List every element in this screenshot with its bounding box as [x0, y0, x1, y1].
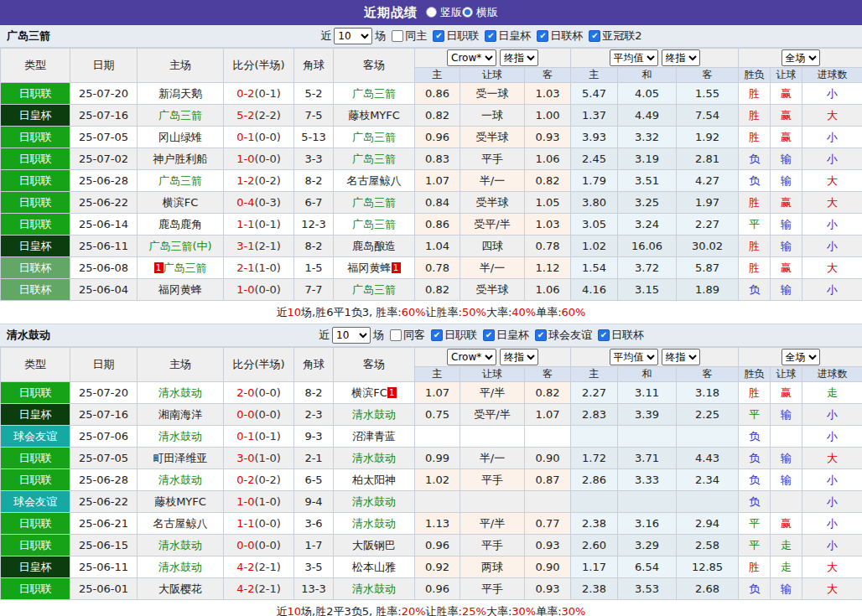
- checkbox-icon[interactable]: ✔: [431, 329, 443, 341]
- avg-away-cell: 5.87: [677, 257, 739, 279]
- away-team-name: 名古屋鲸八: [347, 174, 402, 187]
- view-radio[interactable]: 竖版: [426, 5, 462, 20]
- avg-time-select[interactable]: 终指: [662, 349, 700, 365]
- column-header: 客场: [334, 348, 415, 382]
- avg-time-select[interactable]: 终指: [662, 49, 700, 66]
- away-team-cell: 横滨FC1: [334, 382, 415, 404]
- sub-column-header: 主: [571, 367, 618, 382]
- odds-home-cell: 0.83: [415, 148, 460, 170]
- checkbox-icon[interactable]: ✔: [598, 329, 610, 341]
- odds-source-select[interactable]: Crow*: [447, 349, 496, 365]
- avg-draw-cell: 3.39: [618, 404, 677, 426]
- odds-away-cell: 0.93: [525, 127, 571, 148]
- checkbox-icon[interactable]: ✔: [535, 329, 547, 341]
- odds-time-select[interactable]: 终指: [500, 49, 538, 66]
- date-cell: 25-06-28: [70, 170, 138, 192]
- halftime-score: (0-3): [254, 196, 280, 209]
- match-row: 日职联25-07-20新潟天鹅0-2(0-1)5-2广岛三箭0.86受一球1.0…: [1, 83, 862, 105]
- halftime-score: (2-1): [254, 582, 280, 595]
- league-checkbox[interactable]: ✔球会友谊: [535, 328, 592, 343]
- fulltime-score: 0-0: [236, 408, 254, 421]
- odds-away-cell: 0.82: [525, 170, 571, 192]
- avg-source-select[interactable]: 平均值: [610, 349, 658, 365]
- avg-home-cell: [571, 426, 618, 448]
- league-type-cell: 球会友谊: [1, 426, 70, 448]
- fulltime-score: 0-2: [236, 474, 254, 486]
- handicap-cell: 平手: [460, 535, 525, 556]
- red-card-badge: 1: [392, 262, 401, 273]
- avg-away-cell: 2.81: [677, 148, 739, 170]
- match-row: 日职联25-07-02神户胜利船1-0(0-0)3-3广岛三箭0.83平手1.0…: [1, 148, 862, 170]
- avg-draw-cell: 3.33: [618, 469, 677, 491]
- summary-segment: 25%: [462, 605, 486, 616]
- avg-home-cell: 1.17: [571, 556, 618, 578]
- corner-cell: 5-2: [294, 83, 334, 105]
- league-checkbox[interactable]: ✔日皇杯: [485, 28, 531, 44]
- checkbox-icon[interactable]: ✔: [485, 30, 496, 42]
- near-count-select[interactable]: 10: [332, 327, 371, 344]
- odds-away-cell: 1.03: [525, 83, 571, 105]
- near-label: 近: [320, 28, 331, 44]
- score-cell: 0-4(0-3): [224, 192, 294, 214]
- league-type-cell: 日职联: [1, 192, 70, 214]
- view-radio[interactable]: 横版: [462, 5, 498, 20]
- result-handicap-cell: 赢: [771, 513, 802, 535]
- corner-cell: 8-2: [294, 236, 334, 257]
- league-checkbox[interactable]: ✔日职联: [433, 28, 479, 44]
- checkbox-icon[interactable]: ✔: [483, 329, 495, 341]
- halftime-score: (2-2): [254, 109, 280, 122]
- checkbox-icon[interactable]: [392, 30, 403, 42]
- radio-icon[interactable]: [462, 7, 473, 18]
- scope-select[interactable]: 全场: [782, 49, 820, 66]
- odds-home-cell: 0.84: [415, 192, 460, 214]
- date-cell: 25-06-28: [70, 469, 138, 491]
- league-checkbox[interactable]: ✔亚冠联2: [589, 28, 641, 44]
- away-team-cell: 清水鼓动: [334, 578, 415, 600]
- checkbox-icon[interactable]: ✔: [537, 30, 548, 42]
- odds-away-cell: 0.90: [525, 556, 571, 578]
- odds-home-cell: [415, 426, 460, 448]
- checkbox-icon[interactable]: ✔: [433, 30, 444, 42]
- filter-row: 广岛三箭近10场同主✔日职联✔日皇杯✔日联杯✔亚冠联2: [0, 25, 862, 48]
- same-venue-checkbox[interactable]: 同主: [392, 28, 427, 44]
- fulltime-score: 0-0: [236, 539, 254, 551]
- avg-away-cell: 1.89: [677, 279, 739, 301]
- league-checkbox[interactable]: ✔日联杯: [598, 328, 644, 343]
- away-team-name: 广岛三箭: [352, 87, 396, 100]
- corner-cell: 12-3: [294, 214, 334, 236]
- result-outcome-cell: 胜: [739, 382, 771, 404]
- home-team-cell: 新潟天鹅: [138, 83, 224, 105]
- corner-cell: 1-7: [294, 535, 334, 556]
- result-handicap-cell: 输: [771, 148, 802, 170]
- league-checkbox[interactable]: ✔日联杯: [537, 28, 583, 44]
- handicap-cell: 受平/半: [460, 404, 525, 426]
- away-team-name: 广岛三箭: [352, 131, 396, 143]
- away-team-cell: 沼津青蓝: [334, 426, 415, 448]
- same-venue-checkbox[interactable]: 同客: [390, 328, 425, 343]
- corner-cell: 3-5: [294, 556, 334, 578]
- scope-select[interactable]: 全场: [782, 349, 820, 365]
- league-label-text: 日皇杯: [498, 28, 531, 44]
- near-count-select[interactable]: 10: [334, 28, 372, 44]
- radio-icon[interactable]: [426, 7, 437, 18]
- fulltime-score: 0-1: [236, 430, 254, 443]
- odds-time-select[interactable]: 终指: [500, 349, 538, 365]
- avg-source-select[interactable]: 平均值: [610, 49, 658, 66]
- odds-away-cell: 1.05: [525, 192, 571, 214]
- odds-source-select[interactable]: Crow*: [447, 49, 496, 66]
- avg-draw-cell: 4.49: [618, 105, 677, 127]
- handicap-cell: 平手: [460, 148, 525, 170]
- checkbox-icon[interactable]: [390, 329, 402, 341]
- checkbox-icon[interactable]: ✔: [589, 30, 600, 42]
- date-cell: 25-06-11: [70, 236, 138, 257]
- summary-segment: 30%: [511, 605, 536, 616]
- league-checkbox[interactable]: ✔日皇杯: [483, 328, 529, 343]
- score-cell: 1-0(0-0): [224, 279, 294, 301]
- column-header: 日期: [70, 348, 138, 382]
- avg-draw-cell: 16.06: [618, 236, 677, 257]
- checkbox-label-text: 同客: [403, 328, 425, 343]
- halftime-score: (0-2): [254, 474, 280, 486]
- home-team-cell: 福冈黄蜂: [138, 279, 224, 301]
- league-checkbox[interactable]: ✔日职联: [431, 328, 477, 343]
- avg-home-cell: 3.93: [571, 127, 618, 148]
